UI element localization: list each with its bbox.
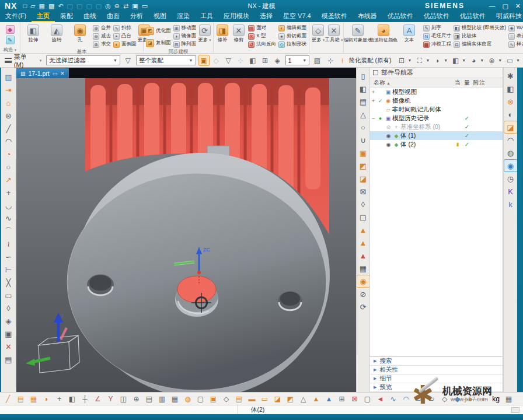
feature-strip-icon[interactable]: ▲: [357, 250, 369, 261]
right-tool-icon[interactable]: ⊗: [504, 96, 517, 107]
snap-point-toggle[interactable]: ▣: [198, 55, 210, 66]
left-tool-icon[interactable]: ▣: [2, 328, 15, 340]
bottom-tool-icon[interactable]: ▲: [323, 393, 335, 404]
ribbon-small-item[interactable]: XX 型: [248, 32, 276, 40]
left-tool-icon[interactable]: ╳: [2, 276, 15, 289]
ribbon-tab[interactable]: 布线器: [353, 10, 382, 22]
construct-tool-button[interactable]: ◆: [1, 25, 19, 34]
bottom-tool-icon[interactable]: ◠: [400, 393, 412, 404]
ribbon-small-item[interactable]: ⊗求交: [93, 40, 111, 48]
ribbon-tab[interactable]: 应用模块: [218, 10, 254, 22]
feature-strip-icon[interactable]: ◪: [357, 173, 369, 184]
feature-strip-icon[interactable]: ▣: [357, 147, 369, 159]
render-style[interactable]: ◕▼: [468, 55, 484, 66]
bottom-tool-icon[interactable]: ▤: [143, 393, 155, 404]
bottom-tool-icon[interactable]: kg: [490, 393, 502, 404]
ribbon-tab[interactable]: 文件(F): [0, 10, 32, 22]
left-tool-icon[interactable]: ↗: [2, 174, 15, 186]
bottom-tool-icon[interactable]: ╱: [2, 393, 14, 404]
feature-strip-icon[interactable]: ∪: [357, 134, 369, 146]
feature-strip-icon[interactable]: ◩: [357, 160, 369, 172]
selection-scope-combo[interactable]: 整个装配▼: [136, 55, 196, 65]
left-tool-icon[interactable]: ◈: [2, 315, 15, 327]
collapsed-section[interactable]: ▶ 细节: [370, 374, 503, 383]
feature-strip-icon[interactable]: ▲: [357, 237, 369, 249]
left-tool-icon[interactable]: ◡: [2, 200, 15, 212]
feature-strip-icon[interactable]: ⊘: [357, 288, 369, 300]
quick-access-icon[interactable]: ▱: [30, 2, 35, 10]
bottom-tool-icon[interactable]: ▬: [246, 393, 258, 404]
layer-settings[interactable]: ⊜▼: [486, 55, 503, 66]
ribbon-tab[interactable]: 优品软件: [419, 10, 455, 22]
move-wcs-icon[interactable]: ⊹: [325, 55, 336, 66]
bottom-tool-icon[interactable]: ▤: [233, 393, 245, 404]
visibility-icon[interactable]: ◉: [385, 133, 392, 139]
bottom-tool-icon[interactable]: ∿: [387, 393, 399, 404]
ribbon-small-item[interactable]: ✎刻字: [423, 24, 451, 32]
right-tool-icon[interactable]: k: [504, 198, 517, 210]
window-style[interactable]: ▭▼: [504, 55, 521, 66]
ribbon-small-item[interactable]: ◧模型比较 (即将失效): [454, 24, 506, 32]
bottom-tool-icon[interactable]: ◇: [220, 393, 232, 404]
feature-strip-icon[interactable]: ⊠: [357, 186, 369, 197]
quick-access-icon[interactable]: ◎: [105, 2, 111, 10]
fit-view[interactable]: ⛶▼: [414, 55, 430, 66]
bottom-tool-icon[interactable]: ▦: [27, 393, 40, 404]
ribbon-tab[interactable]: 明威科技: [491, 10, 523, 22]
quick-access-icon[interactable]: ▩: [48, 2, 54, 10]
right-tool-icon[interactable]: K: [504, 186, 517, 197]
ribbon-tab[interactable]: 星空 V7.4: [278, 10, 316, 22]
bottom-tool-icon[interactable]: ▦: [503, 393, 515, 404]
feature-strip-icon[interactable]: ○: [357, 121, 369, 133]
counterbore-hole-left[interactable]: [87, 275, 114, 296]
right-tool-icon[interactable]: ◪: [504, 121, 517, 133]
part-tab[interactable]: ▧ 17-1.prt ▭ ✕: [16, 68, 69, 78]
left-tool-icon[interactable]: ≀: [2, 238, 15, 250]
bottom-tool-icon[interactable]: ◪: [271, 393, 284, 404]
bottom-tool-icon[interactable]: ◫: [117, 393, 130, 404]
right-tool-icon[interactable]: ✱: [504, 70, 517, 82]
close-part-icon[interactable]: ✕: [60, 71, 65, 76]
restore-window-icon[interactable]: ▭: [53, 71, 58, 76]
section-view[interactable]: ◗▼: [432, 55, 448, 66]
quick-access-icon[interactable]: ▣: [132, 2, 138, 10]
bottom-tool-icon[interactable]: △: [297, 393, 309, 404]
bottom-tool-icon[interactable]: ▢: [194, 393, 207, 404]
selection-filter-combo[interactable]: 无选择过滤器▼: [46, 55, 120, 65]
bottom-tool-icon[interactable]: ◧: [66, 393, 78, 404]
quick-access-icon[interactable]: ▢: [86, 2, 92, 10]
left-tool-icon[interactable]: ⌂: [2, 97, 15, 109]
bottom-tool-icon[interactable]: ▱: [413, 393, 425, 404]
feature-strip-icon[interactable]: △: [357, 108, 369, 120]
bottom-tool-icon[interactable]: ▦: [169, 393, 181, 404]
left-tool-icon[interactable]: ◊: [2, 302, 15, 314]
ribbon-small-item[interactable]: ●剪切截面: [278, 32, 306, 40]
right-tool-icon[interactable]: ◐: [504, 108, 517, 120]
ribbon-tab[interactable]: 装配: [55, 10, 78, 22]
ribbon-small-item[interactable]: ◨比较体: [454, 32, 506, 40]
visibility-icon[interactable]: ⊘: [385, 124, 392, 130]
pattern-select[interactable]: ⊞: [260, 55, 271, 66]
snap-midpoint[interactable]: ⊹: [235, 55, 246, 66]
right-tool-icon[interactable]: ◧: [504, 83, 517, 94]
feature-strip-icon[interactable]: ▯: [357, 70, 369, 82]
column-name[interactable]: 名称: [370, 79, 454, 87]
left-tool-icon[interactable]: ◠: [2, 135, 15, 148]
ribbon-small-item[interactable]: ◇拉制形状: [278, 40, 306, 48]
ribbon-small-item[interactable]: ◓凸台: [113, 32, 137, 40]
bottom-tool-icon[interactable]: ◇: [438, 393, 451, 404]
ribbon-tab[interactable]: 主页: [32, 10, 55, 22]
ribbon-tab[interactable]: 曲线: [78, 10, 102, 22]
maximize-button[interactable]: ▢: [502, 2, 508, 10]
ribbon-tab[interactable]: 分析: [125, 10, 148, 22]
construct-tool-button[interactable]: ✎: [1, 36, 19, 44]
bottom-tool-icon[interactable]: Y: [104, 393, 117, 404]
edit-more-button[interactable]: ◇更多: [311, 23, 326, 44]
tree-row[interactable]: + ✓ ◉ 摄像机: [370, 96, 503, 105]
quick-access-icon[interactable]: ▢: [96, 2, 102, 10]
quick-access-icon[interactable]: ⇄: [123, 2, 128, 10]
bottom-tool-icon[interactable]: ⊠: [348, 393, 361, 404]
visibility-icon[interactable]: ●: [376, 116, 384, 121]
bottom-tool-icon[interactable]: ◗: [40, 393, 53, 404]
ribbon-small-item[interactable]: ⊖减去: [93, 32, 111, 40]
